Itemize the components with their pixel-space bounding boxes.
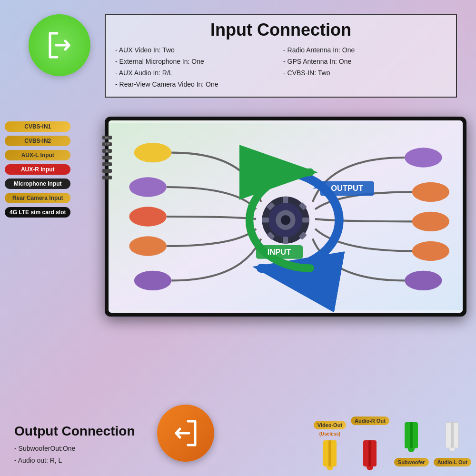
video-out-label: Video-Out <box>314 421 346 429</box>
bottom-section: Output Connection - SubwooferOut:One - A… <box>0 381 476 476</box>
audio-l-out-label: Audio-L Out <box>434 458 471 466</box>
label-sim-slot: 4G LTE sim card slot <box>5 207 70 218</box>
input-connection-box: Input Connection - AUX Video In: Two - R… <box>105 14 457 98</box>
screen-diagram-svg: OUTPUT INPUT <box>109 120 463 313</box>
svg-rect-20 <box>302 218 309 222</box>
btn-mic: MIC <box>102 136 112 139</box>
output-connection-title: Output Connection <box>14 424 148 439</box>
svg-rect-18 <box>283 237 288 243</box>
svg-text:INPUT: INPUT <box>268 248 291 257</box>
label-aux-l: AUX-L Input <box>5 150 70 160</box>
device-side-buttons: MIC RST ⏻ ⌂ ↩ + - <box>102 136 112 179</box>
conn-item-4: - Rear-View Camera Video In: One <box>115 79 278 89</box>
device-screen: OUTPUT INPUT <box>109 120 463 313</box>
output-text-section: Output Connection - SubwooferOut:One - A… <box>14 424 148 466</box>
svg-point-5 <box>134 271 172 290</box>
label-microphone-input: Microphone Input <box>5 178 70 189</box>
cable-audio-r-out: Audio-R Out <box>351 416 389 466</box>
svg-point-7 <box>412 182 450 202</box>
middle-section: CVBS-IN1 CVBS-IN2 AUX-L Input AUX-R Inpu… <box>0 112 476 317</box>
label-rear-camera: Rear Camera Input <box>5 193 70 203</box>
svg-point-10 <box>405 271 442 290</box>
btn-vol-up: + <box>102 169 112 173</box>
svg-point-1 <box>134 143 172 162</box>
svg-point-2 <box>129 177 167 197</box>
useless-label: (Useless) <box>319 431 340 436</box>
device-wrapper: MIC RST ⏻ ⌂ ↩ + - <box>105 117 466 317</box>
btn-vol-down: - <box>102 176 112 179</box>
label-cvbs-in1: CVBS-IN1 <box>5 121 70 132</box>
cable-audio-l-out: Audio-L Out <box>434 409 471 466</box>
svg-rect-19 <box>262 218 268 222</box>
svg-text:OUTPUT: OUTPUT <box>331 184 363 193</box>
input-arrow-icon <box>43 29 76 62</box>
label-cvbs-in2: CVBS-IN2 <box>5 136 70 146</box>
svg-rect-17 <box>283 197 288 203</box>
conn-item-6: - GPS Antenna In: One <box>283 56 446 67</box>
svg-point-8 <box>412 212 450 231</box>
conn-item-1: - AUX Video In: Two <box>115 45 278 55</box>
output-arrow-icon <box>169 416 202 450</box>
output-item-1: - SubwooferOut:One <box>14 443 148 455</box>
svg-point-3 <box>129 207 167 226</box>
output-cables: Video-Out (Useless) Audio-R Out Subwoofe… <box>314 409 471 466</box>
cable-video-out: Video-Out (Useless) <box>314 421 346 466</box>
btn-power: ⏻ <box>102 149 112 153</box>
audio-r-out-label: Audio-R Out <box>351 416 389 425</box>
connection-grid: - AUX Video In: Two - Radio Antenna In: … <box>115 45 446 89</box>
svg-point-9 <box>412 241 450 261</box>
btn-back: ↩ <box>102 162 112 166</box>
conn-item-3: - AUX Audio In: R/L <box>115 68 278 78</box>
label-aux-r: AUX-R Input <box>5 164 70 175</box>
svg-point-6 <box>405 148 442 167</box>
top-section: Input Connection - AUX Video In: Two - R… <box>0 0 476 107</box>
input-connection-title: Input Connection <box>115 20 446 40</box>
svg-point-16 <box>281 215 291 225</box>
subwoofer-out-label: Subwoofer <box>394 458 429 466</box>
btn-home: ⌂ <box>102 156 112 159</box>
svg-point-4 <box>129 236 167 256</box>
cable-subwoofer-out: Subwoofer <box>394 420 429 466</box>
btn-rst: RST <box>102 142 112 146</box>
conn-item-7: - CVBS-IN: Two <box>283 68 446 78</box>
output-item-2: - Audio out: R, L <box>14 455 148 466</box>
conn-item-5: - Radio Antenna In: One <box>283 45 446 55</box>
input-icon-circle <box>29 14 90 76</box>
output-icon-circle <box>157 405 214 462</box>
car-unit-device: MIC RST ⏻ ⌂ ↩ + - <box>105 117 466 317</box>
conn-item-2: - External Microphone In: One <box>115 56 278 67</box>
left-labels: CVBS-IN1 CVBS-IN2 AUX-L Input AUX-R Inpu… <box>5 121 70 218</box>
